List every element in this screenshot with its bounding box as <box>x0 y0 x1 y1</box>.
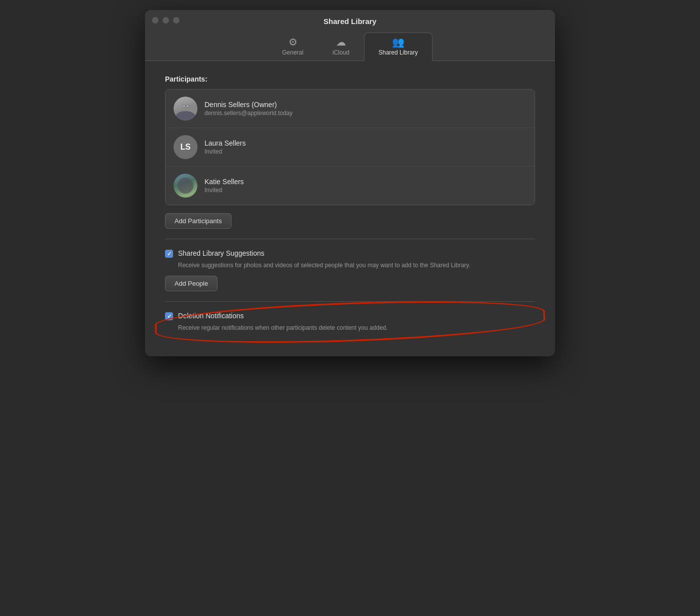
suggestions-checkbox[interactable] <box>165 250 173 258</box>
gear-icon: ⚙ <box>288 37 298 47</box>
content-area: Participants: Dennis Sellers (Owner) den… <box>145 61 555 356</box>
participant-status: Invited <box>204 187 244 194</box>
tab-icloud-label: iCloud <box>332 49 350 56</box>
participant-row: LS Laura Sellers Invited <box>166 128 534 167</box>
participant-status: Invited <box>204 148 246 155</box>
tab-general-label: General <box>282 49 304 56</box>
suggestions-section: Shared Library Suggestions Receive sugge… <box>165 249 535 291</box>
deletion-checkbox[interactable] <box>165 312 173 320</box>
traffic-lights <box>152 17 180 24</box>
participant-row: Katie Sellers Invited <box>166 167 534 205</box>
tab-icloud[interactable]: ☁ iCloud <box>318 33 364 61</box>
avatar <box>174 174 198 198</box>
deletion-checkbox-section: Deletion Notifications Receive regular n… <box>165 312 535 332</box>
participant-name: Laura Sellers <box>204 139 246 147</box>
settings-window: Shared Library ⚙ General ☁ iCloud 👥 Shar… <box>145 10 555 356</box>
add-participants-button[interactable]: Add Participants <box>165 213 232 229</box>
tab-general[interactable]: ⚙ General <box>268 33 318 61</box>
deletion-section: Deletion Notifications Receive regular n… <box>165 312 535 332</box>
participants-list: Dennis Sellers (Owner) dennis.sellers@ap… <box>165 89 535 205</box>
participants-label: Participants: <box>165 75 535 83</box>
shared-library-icon: 👥 <box>392 37 404 47</box>
maximize-button[interactable] <box>173 17 180 24</box>
participant-info: Dennis Sellers (Owner) dennis.sellers@ap… <box>204 101 292 117</box>
suggestions-checkbox-row: Shared Library Suggestions <box>165 249 535 258</box>
avatar-initials-text: LS <box>180 143 190 152</box>
avatar <box>174 97 198 121</box>
tab-shared-library[interactable]: 👥 Shared Library <box>364 33 432 61</box>
avatar: LS <box>174 135 198 159</box>
participant-info: Laura Sellers Invited <box>204 139 246 155</box>
divider <box>165 301 535 302</box>
participant-status: dennis.sellers@appleworld.today <box>204 110 292 117</box>
title-bar: Shared Library ⚙ General ☁ iCloud 👥 Shar… <box>145 10 555 61</box>
participant-name: Katie Sellers <box>204 178 244 186</box>
deletion-desc: Receive regular notifications when other… <box>178 323 535 332</box>
window-title: Shared Library <box>324 17 376 26</box>
participant-info: Katie Sellers Invited <box>204 178 244 194</box>
suggestions-desc: Receive suggestions for photos and video… <box>178 261 535 270</box>
suggestions-title: Shared Library Suggestions <box>178 249 264 257</box>
tab-bar: ⚙ General ☁ iCloud 👥 Shared Library <box>268 33 432 61</box>
participant-row: Dennis Sellers (Owner) dennis.sellers@ap… <box>166 90 534 128</box>
add-people-button[interactable]: Add People <box>165 276 218 291</box>
close-button[interactable] <box>152 17 158 24</box>
deletion-checkbox-row: Deletion Notifications <box>165 312 535 320</box>
katie-avatar <box>174 174 198 198</box>
deletion-title: Deletion Notifications <box>178 312 244 320</box>
participant-name: Dennis Sellers (Owner) <box>204 101 292 109</box>
tab-shared-library-label: Shared Library <box>378 49 418 56</box>
minimize-button[interactable] <box>162 17 169 24</box>
cloud-icon: ☁ <box>336 37 346 47</box>
dennis-avatar <box>174 97 198 121</box>
divider <box>165 239 535 239</box>
